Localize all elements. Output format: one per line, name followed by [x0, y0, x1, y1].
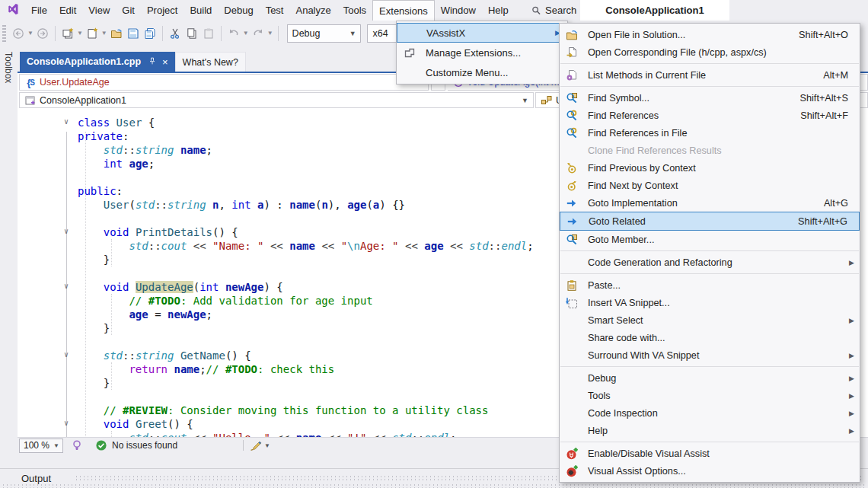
toolbox-label: Toolbox [3, 52, 14, 83]
new-project-button[interactable] [62, 27, 74, 40]
copy-button[interactable] [186, 27, 198, 40]
close-icon[interactable]: × [162, 56, 168, 68]
search-control[interactable]: Search ▾ [531, 0, 584, 21]
menu-item-label: Find Symbol... [588, 93, 649, 104]
menu-window[interactable]: Window [435, 0, 482, 21]
menu-item-label: Visual Assist Options... [588, 466, 686, 477]
menu-item-paste[interactable]: Paste... [560, 276, 860, 294]
project-dropdown[interactable]: ConsoleApplication1 ▼ [19, 92, 534, 108]
submenu-arrow-icon: ▶ [849, 259, 854, 266]
panel-drag-texture [2, 483, 866, 488]
menu-item-visual-assist-options[interactable]: Visual Assist Options... [560, 462, 860, 480]
menu-item-label: Open File in Solution... [588, 30, 685, 40]
chevron-down-icon[interactable]: ▼ [264, 442, 270, 449]
menu-item-find-references[interactable]: Find ReferencesShift+Alt+F [560, 107, 860, 124]
toolbar-icons: ▼▼▼▼▼ [10, 26, 282, 41]
menu-item-smart-select[interactable]: Smart Select▶ [560, 311, 860, 329]
menu-item-code-generation-and-refactoring[interactable]: Code Generation and Refactoring▶ [560, 254, 860, 271]
menu-edit[interactable]: Edit [53, 0, 82, 21]
title-bar: FileEditViewGitProjectBuildDebugTestAnal… [0, 0, 868, 21]
menu-extensions[interactable]: Extensions [372, 0, 435, 21]
open-folder-button[interactable] [110, 27, 123, 40]
menu-help[interactable]: Help [482, 0, 515, 21]
menu-debug[interactable]: Debug [218, 0, 259, 21]
menu-item-clone-find-references-results: Clone Find References Results [560, 142, 860, 159]
menu-project[interactable]: Project [141, 0, 183, 21]
menu-item-goto-related[interactable]: Goto RelatedShift+Alt+G [560, 212, 860, 231]
find-next-context-icon [566, 180, 578, 192]
chevron-down-icon[interactable]: ▼ [77, 30, 83, 37]
menu-separator [560, 86, 859, 87]
save-all-button[interactable] [144, 27, 156, 40]
menu-item-find-next-by-context[interactable]: Find Next by Context [560, 177, 860, 194]
menu-item-manage-extensions[interactable]: Manage Extensions... [397, 43, 567, 62]
menu-item-open-file-in-solution[interactable]: Open File in Solution...Shift+Alt+O [560, 26, 860, 43]
paste-button[interactable] [203, 27, 215, 40]
menu-item-goto-member[interactable]: Goto Member... [560, 231, 860, 248]
menu-item-insert-va-snippet[interactable]: Insert VA Snippet... [560, 294, 860, 311]
feedback-icon[interactable] [71, 439, 83, 451]
toolbar-grip[interactable] [2, 25, 6, 42]
save-all-icon [144, 27, 156, 40]
menu-analyze[interactable]: Analyze [289, 0, 337, 21]
tab-consoleapplication1-cpp[interactable]: ConsoleApplication1.cpp× [20, 52, 175, 72]
menu-git[interactable]: Git [116, 0, 141, 21]
menu-item-tools[interactable]: Tools▶ [560, 387, 860, 404]
menu-tools[interactable]: Tools [337, 0, 372, 21]
goto-arrow-icon [566, 215, 579, 228]
chevron-down-icon[interactable]: ▼ [101, 30, 107, 37]
chevron-down-icon[interactable]: ▼ [243, 30, 249, 37]
menu-item-surround-with-va-snippet[interactable]: Surround With VA Snippet▶ [560, 346, 860, 364]
pin-icon[interactable] [148, 57, 157, 67]
menu-item-find-previous-by-context[interactable]: Find Previous by Context [560, 159, 860, 177]
menu-item-open-corresponding-file-h-cpp-aspx-cs[interactable]: Open Corresponding File (h/cpp, aspx/cs) [560, 43, 860, 61]
class-icon [541, 94, 553, 107]
menu-item-help[interactable]: Help▶ [560, 422, 860, 439]
toolbox-side-tab[interactable]: Toolbox [0, 46, 18, 468]
output-panel-label: Output [21, 473, 51, 484]
vassistx-submenu: Open File in Solution...Shift+Alt+OOpen … [559, 23, 860, 483]
nav-forward-button[interactable] [37, 27, 49, 40]
chevron-down-icon[interactable]: ▼ [27, 30, 34, 37]
code-cleanup-brush-icon[interactable] [250, 439, 262, 451]
menu-file[interactable]: File [25, 0, 53, 21]
submenu-arrow-icon: ▶ [849, 427, 854, 435]
menu-item-code-inspection[interactable]: Code Inspection▶ [560, 404, 860, 422]
new-item-button[interactable] [86, 27, 98, 40]
menu-item-shortcut: Shift+Alt+G [798, 216, 859, 227]
chevron-down-icon[interactable]: ▼ [267, 30, 273, 37]
redo-button[interactable] [252, 27, 264, 40]
menu-item-vassistx[interactable]: VAssistX▶ [397, 23, 567, 43]
menu-item-list-methods-in-current-file[interactable]: List Methods in Current FileAlt+M [560, 66, 860, 84]
nav-back-icon [12, 27, 24, 40]
menu-item-enable-disable-visual-assist[interactable]: Enable/Disable Visual Assist [560, 445, 860, 462]
menu-view[interactable]: View [82, 0, 116, 21]
va-context-field[interactable]: {S User.UpdateAge ▼ [19, 74, 429, 91]
menu-item-find-references-in-file[interactable]: Find References in File [560, 124, 860, 142]
menu-item-find-symbol[interactable]: Find Symbol...Shift+Alt+S [560, 89, 860, 107]
issues-status-text[interactable]: No issues found [112, 440, 177, 451]
cut-button[interactable] [169, 27, 181, 40]
menu-item-share-code-with[interactable]: Share code with... [560, 329, 860, 346]
va-context-text: User.UpdateAge [40, 77, 110, 88]
window-title: ConsoleApplication1 [580, 0, 729, 21]
nav-forward-icon [37, 27, 49, 40]
menu-item-goto-implementation[interactable]: Goto ImplementationAlt+G [560, 194, 860, 212]
save-button[interactable] [127, 27, 139, 40]
menu-item-debug[interactable]: Debug▶ [560, 369, 860, 387]
menu-item-label: VAssistX [426, 27, 465, 39]
menu-item-label: Clone Find References Results [588, 145, 722, 156]
extensions-menu: VAssistX▶Manage Extensions...Customize M… [396, 21, 568, 85]
menu-item-customize-menu[interactable]: Customize Menu... [397, 62, 567, 82]
find-prev-context-icon [566, 162, 578, 174]
tab-what-s-new[interactable]: What's New? [175, 52, 246, 72]
nav-back-button[interactable] [12, 27, 24, 40]
find-references-icon [566, 110, 578, 122]
undo-button[interactable] [228, 27, 240, 40]
submenu-arrow-icon: ▶ [849, 317, 854, 324]
menu-test[interactable]: Test [260, 0, 290, 21]
zoom-level-combo[interactable]: 100 % ▼ [19, 439, 63, 453]
menu-build[interactable]: Build [183, 0, 218, 21]
menu-item-label: Debug [588, 373, 616, 384]
solution-configuration-combo[interactable]: Debug ▼ [287, 24, 361, 43]
